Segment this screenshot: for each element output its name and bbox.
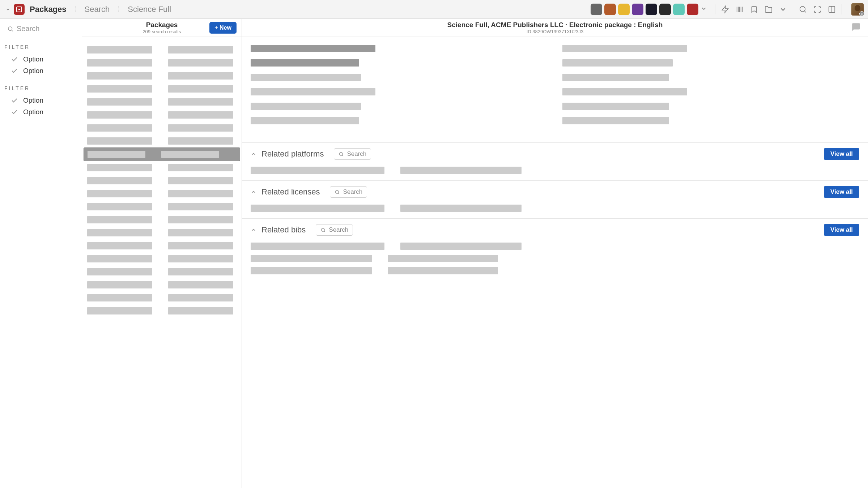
cell-placeholder bbox=[388, 267, 498, 274]
app-tiles-more-icon[interactable] bbox=[701, 5, 709, 13]
top-action-icons bbox=[721, 5, 787, 13]
app-tile-2[interactable] bbox=[604, 4, 616, 15]
cell-placeholder bbox=[87, 255, 152, 262]
layout-icon[interactable] bbox=[828, 5, 836, 13]
bookmark-icon[interactable] bbox=[750, 5, 758, 13]
section-row[interactable] bbox=[251, 205, 859, 212]
section-row[interactable] bbox=[251, 255, 859, 262]
section-title: Related licenses bbox=[261, 187, 320, 197]
svg-point-16 bbox=[322, 228, 325, 231]
chevron-down-icon[interactable] bbox=[779, 5, 787, 13]
folder-icon[interactable] bbox=[765, 5, 773, 13]
result-row[interactable] bbox=[86, 69, 237, 82]
view-all-button[interactable]: View all bbox=[824, 148, 859, 160]
result-row[interactable] bbox=[86, 252, 237, 265]
result-row[interactable] bbox=[86, 134, 237, 147]
field-placeholder bbox=[562, 45, 687, 52]
avatar-status-badge: c bbox=[859, 11, 864, 16]
cell-placeholder bbox=[168, 46, 233, 53]
svg-line-7 bbox=[804, 11, 806, 12]
sidebar-search-input[interactable]: Search bbox=[0, 19, 82, 38]
view-all-button[interactable]: View all bbox=[824, 186, 859, 198]
section-header: Related platformsSearchView all bbox=[251, 148, 859, 160]
chat-icon[interactable] bbox=[851, 22, 861, 33]
result-row[interactable] bbox=[86, 226, 237, 239]
cell-placeholder bbox=[161, 151, 219, 158]
result-row[interactable] bbox=[86, 56, 237, 69]
breadcrumb-item-current[interactable]: Science Full bbox=[125, 3, 176, 16]
section-search-input[interactable]: Search bbox=[316, 224, 353, 236]
app-tile-5[interactable] bbox=[646, 4, 657, 15]
section-row[interactable] bbox=[251, 167, 859, 174]
filter-option[interactable]: Option bbox=[4, 95, 78, 106]
bolt-icon[interactable] bbox=[721, 5, 729, 13]
breadcrumb-dropdown-icon[interactable] bbox=[4, 6, 12, 13]
cell-placeholder bbox=[251, 267, 372, 274]
app-tile-3[interactable] bbox=[618, 4, 630, 15]
section-row[interactable] bbox=[251, 267, 859, 274]
result-row[interactable] bbox=[86, 161, 237, 174]
user-avatar[interactable]: c bbox=[851, 3, 864, 16]
barcode-icon[interactable] bbox=[736, 5, 744, 13]
app-tile-4[interactable] bbox=[632, 4, 643, 15]
result-row[interactable] bbox=[86, 291, 237, 304]
result-row[interactable] bbox=[86, 239, 237, 252]
result-row[interactable] bbox=[86, 82, 237, 95]
svg-point-10 bbox=[8, 27, 12, 31]
app-tile-6[interactable] bbox=[659, 4, 671, 15]
field-placeholder bbox=[251, 74, 361, 81]
result-row[interactable] bbox=[86, 265, 237, 278]
filter-option[interactable]: Option bbox=[4, 65, 78, 77]
result-row[interactable] bbox=[86, 174, 237, 187]
cell-placeholder bbox=[168, 229, 233, 236]
new-button[interactable]: + New bbox=[209, 22, 237, 34]
breadcrumb-root[interactable]: Packages bbox=[27, 3, 72, 16]
result-row[interactable] bbox=[86, 43, 237, 56]
result-row[interactable] bbox=[86, 121, 237, 134]
result-row[interactable] bbox=[86, 108, 237, 121]
cell-placeholder bbox=[168, 137, 233, 145]
cell-placeholder bbox=[87, 72, 152, 80]
filter-option[interactable]: Option bbox=[4, 106, 78, 118]
cell-placeholder bbox=[87, 294, 152, 301]
results-list[interactable] bbox=[82, 37, 242, 488]
app-icon[interactable] bbox=[14, 4, 25, 15]
svg-line-11 bbox=[12, 30, 13, 31]
svg-point-6 bbox=[800, 6, 805, 12]
section-rows bbox=[251, 205, 859, 212]
top-bar: Packages 〉 Search 〉 Science Full c bbox=[0, 0, 868, 19]
result-row[interactable] bbox=[86, 187, 237, 200]
field-placeholder bbox=[251, 103, 361, 110]
cell-placeholder bbox=[87, 229, 152, 236]
section-title: Related bibs bbox=[261, 225, 306, 235]
section-search-input[interactable]: Search bbox=[330, 186, 367, 198]
section-search-placeholder: Search bbox=[343, 188, 362, 196]
result-row[interactable] bbox=[86, 200, 237, 213]
breadcrumb-item-search[interactable]: Search bbox=[82, 3, 115, 16]
results-header: Packages 209 search results + New bbox=[82, 19, 242, 37]
check-icon bbox=[11, 67, 18, 74]
app-tile-7[interactable] bbox=[673, 4, 685, 15]
cell-placeholder bbox=[88, 151, 145, 158]
result-row[interactable] bbox=[86, 95, 237, 108]
field-placeholder bbox=[562, 88, 687, 95]
cell-placeholder bbox=[87, 164, 152, 171]
result-row[interactable] bbox=[86, 278, 237, 291]
filter-group-label: FILTER bbox=[4, 85, 78, 91]
app-tile-8[interactable] bbox=[687, 4, 698, 15]
result-row[interactable] bbox=[86, 213, 237, 226]
result-row[interactable] bbox=[84, 147, 240, 161]
app-tile-1[interactable] bbox=[591, 4, 602, 15]
result-row[interactable] bbox=[86, 304, 237, 317]
collapse-icon[interactable] bbox=[251, 151, 256, 157]
search-icon[interactable] bbox=[799, 5, 807, 13]
view-all-button[interactable]: View all bbox=[824, 224, 859, 236]
collapse-icon[interactable] bbox=[251, 227, 256, 233]
cell-placeholder bbox=[87, 85, 152, 93]
section-search-input[interactable]: Search bbox=[334, 148, 371, 160]
fullscreen-icon[interactable] bbox=[813, 5, 821, 13]
section-row[interactable] bbox=[251, 243, 859, 250]
filter-option[interactable]: Option bbox=[4, 53, 78, 65]
collapse-icon[interactable] bbox=[251, 189, 256, 195]
top-view-icons bbox=[799, 5, 836, 13]
